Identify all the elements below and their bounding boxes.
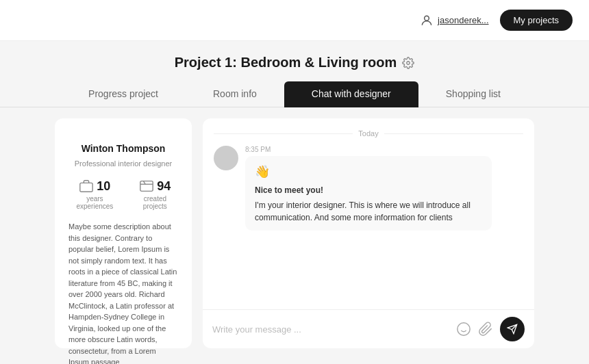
stat-projects: 94 created projects xyxy=(132,179,178,210)
main-content: Winton Thompson Professional interior de… xyxy=(0,107,589,359)
tab-progress[interactable]: Progress project xyxy=(61,81,186,107)
sender-avatar xyxy=(214,146,238,170)
message-line2: I'm your interior designer. This is wher… xyxy=(255,199,482,224)
user-profile[interactable]: jasonderek... xyxy=(420,14,488,27)
chat-panel: Today 8:35 PM 👋 Nice to meet you! I'm yo… xyxy=(203,118,534,348)
tab-shopping[interactable]: Shopping list xyxy=(418,81,528,107)
svg-point-0 xyxy=(425,16,429,21)
attachment-icon[interactable] xyxy=(478,322,493,337)
tab-room[interactable]: Room info xyxy=(186,81,284,107)
stat-years-row: 10 xyxy=(79,179,110,194)
tab-chat[interactable]: Chat with designer xyxy=(284,81,418,107)
svg-rect-3 xyxy=(140,181,153,192)
my-projects-button[interactable]: My projects xyxy=(500,10,573,31)
date-divider: Today xyxy=(214,129,523,138)
designer-description: Maybe some description about this design… xyxy=(68,221,178,364)
svg-point-1 xyxy=(407,61,410,64)
svg-rect-2 xyxy=(80,183,92,192)
header: jasonderek... My projects xyxy=(0,0,589,41)
designer-stats: 10 years experiences 94 created projects xyxy=(68,179,178,210)
message-row: 8:35 PM 👋 Nice to meet you! I'm your int… xyxy=(214,146,523,231)
message-input[interactable] xyxy=(212,324,449,335)
years-value: 10 xyxy=(97,179,110,194)
settings-icon[interactable] xyxy=(402,57,414,69)
tabs: Progress project Room info Chat with des… xyxy=(0,81,589,107)
designer-title: Professional interior designer xyxy=(75,159,172,168)
emoji-icon[interactable] xyxy=(456,322,471,337)
folder-icon xyxy=(139,179,154,194)
page-title-section: Project 1: Bedroom & Living room xyxy=(0,41,589,70)
designer-card: Winton Thompson Professional interior de… xyxy=(55,118,192,348)
chat-messages: Today 8:35 PM 👋 Nice to meet you! I'm yo… xyxy=(203,118,534,309)
bubble-area: 8:35 PM 👋 Nice to meet you! I'm your int… xyxy=(245,146,492,231)
username-label: jasonderek... xyxy=(438,15,488,25)
message-emoji: 👋 xyxy=(255,163,482,181)
briefcase-icon xyxy=(79,179,94,194)
send-icon xyxy=(507,324,518,335)
message-time: 8:35 PM xyxy=(245,146,492,153)
message-line1: Nice to meet you! xyxy=(255,184,482,196)
designer-name: Winton Thompson xyxy=(82,143,166,154)
page-title: Project 1: Bedroom & Living room xyxy=(175,55,397,70)
send-button[interactable] xyxy=(500,317,525,341)
chat-bubble: 👋 Nice to meet you! I'm your interior de… xyxy=(245,156,492,231)
stat-projects-row: 94 xyxy=(139,179,171,194)
projects-label: created projects xyxy=(132,195,178,210)
chat-input-area xyxy=(203,309,534,348)
svg-point-5 xyxy=(458,323,470,335)
stat-years: 10 years experiences xyxy=(68,179,121,210)
years-label: years experiences xyxy=(68,195,121,210)
projects-value: 94 xyxy=(157,179,171,194)
user-icon xyxy=(420,14,434,27)
